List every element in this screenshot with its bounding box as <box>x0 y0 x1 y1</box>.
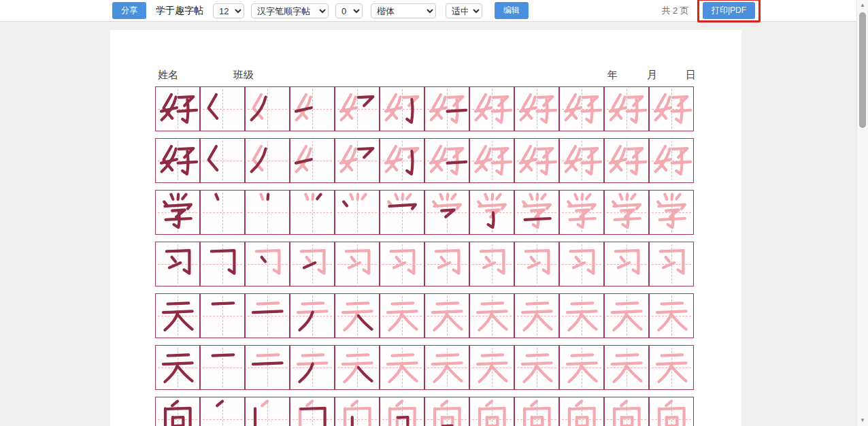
char-glyph <box>651 295 692 336</box>
stroke-order-cell <box>290 345 335 390</box>
stroke-order-cell <box>380 86 424 131</box>
scroll-up-icon[interactable]: ▲ <box>857 0 868 11</box>
spacing-select[interactable]: 适中 <box>446 3 482 18</box>
stroke-order-cell <box>200 242 245 286</box>
char-glyph <box>247 192 288 233</box>
stroke-order-cell <box>200 138 245 183</box>
char-glyph <box>382 140 422 181</box>
char-glyph <box>247 88 288 129</box>
char-glyph <box>606 88 647 129</box>
stroke-order-cell <box>245 86 290 131</box>
char-glyph <box>337 244 378 284</box>
grid-count-select[interactable]: 12 <box>213 3 244 18</box>
char-glyph <box>292 399 333 426</box>
practice-row <box>155 190 694 235</box>
trace-cell <box>649 293 694 338</box>
char-glyph <box>202 192 243 233</box>
char-glyph <box>606 347 647 388</box>
char-glyph <box>247 399 288 426</box>
stroke-order-cell <box>335 190 380 235</box>
practice-grid <box>155 86 694 426</box>
trace-cell <box>469 345 514 390</box>
class-label: 班级 <box>233 69 254 82</box>
highlight-annotation: 打印|PDF <box>697 0 761 22</box>
trace-cell <box>469 397 514 426</box>
trace-cell <box>559 345 604 390</box>
stroke-order-cell <box>469 190 514 235</box>
year-label: 年 <box>607 69 618 82</box>
char-glyph <box>247 347 288 388</box>
stroke-order-cell <box>290 190 335 235</box>
char-glyph <box>337 347 378 388</box>
stroke-order-cell <box>200 86 245 131</box>
practice-row <box>155 86 694 131</box>
char-glyph <box>337 88 378 129</box>
stroke-order-cell <box>290 86 335 131</box>
print-pdf-button[interactable]: 打印|PDF <box>703 2 755 19</box>
toolbar-right: 共 2 页 打印|PDF <box>661 0 761 22</box>
char-glyph <box>382 244 422 284</box>
stroke-order-cell <box>200 190 245 235</box>
char-glyph <box>651 399 692 426</box>
char-glyph <box>471 88 512 129</box>
stroke-order-cell <box>245 138 290 183</box>
char-glyph <box>382 295 422 336</box>
edit-button[interactable]: 编辑 <box>495 2 529 19</box>
blank-rows-select[interactable]: 0 <box>335 3 363 18</box>
char-glyph <box>427 295 467 336</box>
stroke-order-cell <box>200 293 245 338</box>
char-glyph <box>337 140 378 181</box>
day-label: 日 <box>686 69 696 82</box>
share-button[interactable]: 分享 <box>112 2 146 19</box>
char-glyph <box>292 244 333 284</box>
trace-cell <box>559 86 604 131</box>
char-glyph <box>202 140 243 181</box>
trace-cell <box>604 190 649 235</box>
trace-cell <box>514 86 559 131</box>
practice-row <box>155 242 694 286</box>
stroke-order-cell <box>245 293 290 338</box>
char-glyph <box>561 88 602 129</box>
char-glyph <box>202 244 243 284</box>
trace-cell <box>604 293 649 338</box>
char-glyph <box>516 347 557 388</box>
char-glyph <box>561 192 602 233</box>
stroke-order-cell <box>424 138 469 183</box>
worksheet-page: 姓名 班级 年 月 日 <box>110 30 741 426</box>
char-glyph <box>292 295 333 336</box>
scroll-down-icon[interactable]: ▼ <box>857 415 868 426</box>
char-glyph <box>606 192 647 233</box>
sheet-type-select[interactable]: 汉字笔顺字帖 <box>251 3 329 18</box>
font-select[interactable]: 楷体 <box>371 3 436 18</box>
char-glyph <box>471 399 512 426</box>
stroke-order-cell <box>290 242 335 286</box>
trace-cell <box>604 242 649 286</box>
trace-cell <box>649 190 694 235</box>
trace-cell <box>424 293 469 338</box>
scrollbar[interactable]: ▲ ▼ <box>856 0 868 426</box>
char-glyph <box>427 347 467 388</box>
trace-cell <box>514 138 559 183</box>
trace-cell <box>559 190 604 235</box>
char-glyph <box>471 244 512 284</box>
example-cell <box>155 138 200 183</box>
practice-row <box>155 345 694 390</box>
example-cell <box>155 397 200 426</box>
char-glyph <box>427 88 467 129</box>
char-glyph <box>516 140 557 181</box>
trace-cell <box>469 242 514 286</box>
month-label: 月 <box>647 69 657 82</box>
stroke-order-cell <box>424 190 469 235</box>
example-cell <box>155 242 200 286</box>
stroke-order-cell <box>380 190 424 235</box>
scroll-thumb[interactable] <box>859 12 866 128</box>
char-glyph <box>561 244 602 284</box>
char-glyph <box>382 399 422 426</box>
char-glyph <box>157 399 198 426</box>
char-glyph <box>382 88 422 129</box>
pages-count: 共 2 页 <box>661 5 688 17</box>
char-glyph <box>606 399 647 426</box>
trace-cell <box>649 397 694 426</box>
trace-cell <box>514 397 559 426</box>
char-glyph <box>651 88 692 129</box>
